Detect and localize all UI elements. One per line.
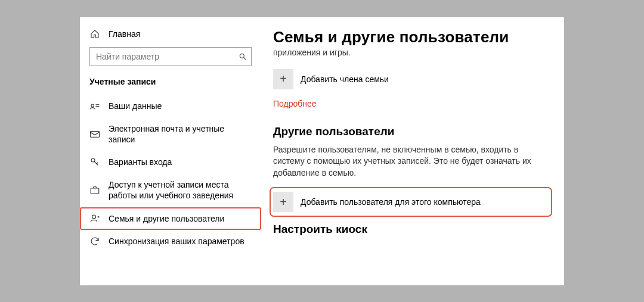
add-family-member-button[interactable]: + Добавить члена семьи (273, 68, 550, 91)
settings-window: Главная Учетные записи Ваши данные (80, 17, 564, 285)
sidebar-item-signin-options[interactable]: Варианты входа (80, 151, 261, 173)
svg-point-8 (92, 215, 96, 219)
learn-more-link[interactable]: Подробнее (273, 99, 317, 108)
mail-icon (89, 130, 100, 138)
kiosk-heading: Настроить киоск (273, 223, 550, 236)
other-users-heading: Другие пользователи (273, 125, 550, 138)
sidebar-item-sync[interactable]: Синхронизация ваших параметров (80, 230, 261, 253)
plus-icon: + (273, 192, 293, 212)
sidebar-item-work-access[interactable]: Доступ к учетной записи места работы или… (80, 173, 261, 207)
person-card-icon (89, 102, 100, 110)
add-family-member-label: Добавить члена семьи (301, 74, 389, 84)
plus-icon: + (273, 69, 293, 89)
svg-rect-5 (91, 131, 100, 137)
sidebar-item-label: Семья и другие пользователи (109, 213, 252, 224)
sidebar-item-your-info[interactable]: Ваши данные (80, 95, 261, 117)
category-label: Учетные записи (80, 74, 261, 95)
sidebar-item-label: Электронная почта и учетные записи (109, 123, 252, 145)
other-users-description: Разрешите пользователям, не включенным в… (273, 144, 547, 179)
add-other-user-button[interactable]: + Добавить пользователя для этого компью… (272, 189, 550, 214)
svg-point-6 (91, 158, 95, 162)
sidebar-item-email-accounts[interactable]: Электронная почта и учетные записи (80, 117, 261, 151)
key-icon (89, 157, 100, 167)
sidebar-item-label: Доступ к учетной записи места работы или… (109, 179, 252, 201)
home-icon (89, 29, 100, 39)
nav-list: Ваши данные Электронная почта и учетные … (80, 95, 261, 253)
family-subtext: приложения и игры. (273, 48, 550, 57)
sync-icon (89, 236, 100, 247)
add-other-user-label: Добавить пользователя для этого компьюте… (301, 197, 481, 207)
page-title: Семья и другие пользователи (273, 28, 550, 46)
search-wrap (89, 47, 252, 66)
home-label: Главная (109, 29, 140, 39)
sidebar-item-label: Синхронизация ваших параметров (109, 236, 252, 247)
svg-rect-7 (91, 188, 99, 194)
svg-point-2 (91, 104, 94, 107)
briefcase-icon (89, 185, 100, 195)
sidebar-item-label: Варианты входа (109, 157, 252, 167)
content-pane: Семья и другие пользователи приложения и… (261, 17, 564, 285)
sidebar-item-family-users[interactable]: Семья и другие пользователи (80, 207, 261, 230)
person-plus-icon (89, 213, 100, 224)
sidebar: Главная Учетные записи Ваши данные (80, 17, 261, 285)
home-nav[interactable]: Главная (80, 26, 261, 47)
search-input[interactable] (89, 47, 252, 66)
sidebar-item-label: Ваши данные (109, 101, 252, 111)
